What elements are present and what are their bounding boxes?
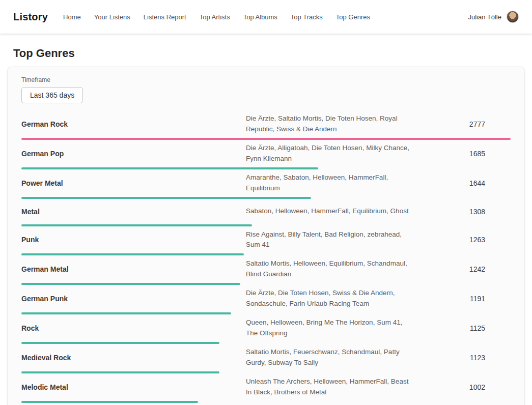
genre-rows: German Rock Die Ärzte, Saltatio Mortis, …	[21, 110, 511, 405]
nav-top-albums[interactable]: Top Albums	[243, 13, 277, 21]
genre-artists: Die Ärzte, Alligatoah, Die Toten Hosen, …	[246, 143, 414, 164]
genre-artists: Saltatio Mortis, Feuerschwanz, Schandmau…	[246, 347, 414, 368]
genre-count: 1191	[414, 295, 511, 303]
nav-listens-report[interactable]: Listens Report	[144, 13, 186, 21]
genre-row: German Punk Die Ärzte, Die Toten Hosen, …	[21, 285, 511, 314]
genre-count: 1308	[414, 208, 511, 216]
genre-artists: Die Ärzte, Saltatio Mortis, Die Toten Ho…	[246, 113, 414, 135]
genre-name: German Metal	[21, 265, 246, 273]
genre-name: Power Metal	[21, 179, 246, 187]
nav-your-listens[interactable]: Your Listens	[94, 13, 130, 21]
user-avatar[interactable]	[507, 11, 519, 23]
genre-artists: Amaranthe, Sabaton, Helloween, HammerFal…	[246, 172, 414, 194]
genre-count: 2777	[414, 120, 511, 128]
genre-count: 1242	[414, 265, 511, 273]
genre-name: German Pop	[21, 150, 246, 158]
app-logo[interactable]: Listory	[13, 11, 48, 23]
genre-row: Medieval Rock Saltatio Mortis, Feuerschw…	[21, 344, 511, 373]
genre-artists: Sabaton, Helloween, HammerFall, Equilibr…	[246, 206, 414, 217]
genre-row: German Pop Die Ärzte, Alligatoah, Die To…	[21, 140, 511, 169]
genre-artists: Rise Against, Billy Talent, Bad Religion…	[246, 229, 414, 251]
genre-name: Medieval Rock	[21, 354, 246, 362]
genre-count: 1125	[414, 324, 511, 332]
genre-name: Punk	[21, 236, 246, 244]
genre-name: German Rock	[21, 120, 246, 128]
nav-home[interactable]: Home	[63, 13, 81, 21]
genre-count: 1123	[414, 354, 511, 362]
page-title: Top Genres	[13, 47, 532, 60]
genre-count: 1263	[414, 236, 511, 244]
app-bar: Listory Home Your Listens Listens Report…	[0, 0, 532, 34]
genre-count: 1002	[414, 383, 511, 391]
timeframe-value: Last 365 days	[30, 91, 74, 99]
nav-top-tracks[interactable]: Top Tracks	[291, 13, 323, 21]
genre-name: Metal	[21, 208, 246, 216]
genre-artists: Die Ärzte, Die Toten Hosen, Swiss & Die …	[246, 288, 414, 309]
timeframe-label: Timeframe	[21, 76, 511, 83]
genre-row: Punk Rise Against, Billy Talent, Bad Rel…	[21, 226, 511, 256]
genre-row: German Metal Saltatio Mortis, Helloween,…	[21, 255, 511, 285]
genre-count: 1644	[414, 179, 511, 187]
nav-top-artists[interactable]: Top Artists	[200, 13, 230, 21]
nav-top-genres[interactable]: Top Genres	[336, 13, 370, 21]
genre-row: Melodic Metal Unleash The Archers, Hello…	[21, 373, 511, 403]
genre-count: 1685	[414, 150, 511, 158]
genre-row: German Indie Bukahara, Käptn Peng, KYTES…	[21, 403, 511, 405]
main-nav: Home Your Listens Listens Report Top Art…	[63, 13, 370, 21]
genre-artists: Queen, Helloween, Bring Me The Horizon, …	[246, 317, 414, 339]
genre-row: German Rock Die Ärzte, Saltatio Mortis, …	[21, 110, 511, 140]
user-name: Julian Tölle	[468, 13, 501, 21]
genre-artists: Unleash The Archers, Helloween, HammerFa…	[246, 377, 414, 398]
genre-row: Power Metal Amaranthe, Sabaton, Hellowee…	[21, 169, 511, 199]
genre-artists: Saltatio Mortis, Helloween, Equilibrium,…	[246, 258, 414, 280]
user-menu[interactable]: Julian Tölle	[468, 11, 519, 23]
timeframe-select[interactable]: Last 365 days	[21, 87, 83, 103]
genre-row: Metal Sabaton, Helloween, HammerFall, Eq…	[21, 199, 511, 226]
top-genres-card: Timeframe Last 365 days German Rock Die …	[8, 67, 524, 405]
genre-name: Melodic Metal	[21, 383, 246, 391]
genre-name: German Punk	[21, 295, 246, 303]
genre-name: Rock	[21, 324, 246, 332]
genre-row: Rock Queen, Helloween, Bring Me The Hori…	[21, 314, 511, 344]
